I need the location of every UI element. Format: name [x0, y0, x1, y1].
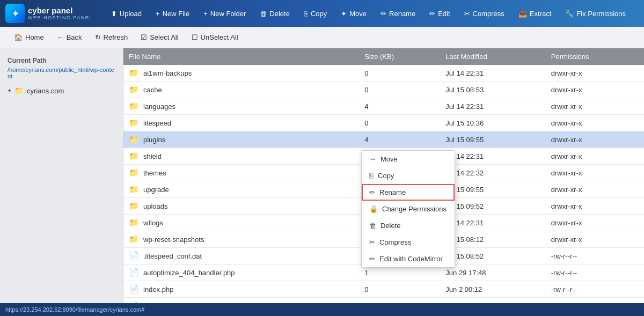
cell-size: 1 — [359, 298, 440, 304]
cell-filename: 📁uploads — [123, 198, 359, 215]
file-icon: 📄 — [129, 268, 139, 277]
cell-modified: Jul 14 22:31 — [440, 98, 545, 115]
folder-icon: 📁 — [129, 68, 139, 78]
cell-perms: -rw-r--r-- — [546, 298, 644, 304]
cell-size: 4 — [359, 131, 440, 148]
upload-button[interactable]: ⬆Upload — [106, 6, 147, 21]
refresh-button[interactable]: ↻Refresh — [90, 31, 134, 44]
context-menu-item-rename[interactable]: ✏Rename — [362, 184, 455, 201]
table-row[interactable]: 📄object-cache.php 1 Jul 15 09:55 -rw-r--… — [123, 298, 644, 304]
move-button[interactable]: ✦Move — [335, 6, 372, 21]
rename-button[interactable]: ✏Rename — [375, 6, 421, 21]
cell-perms: -rw-r--r-- — [546, 281, 644, 298]
file-icon: 📄 — [129, 301, 139, 303]
cell-perms: drwxr-xr-x — [546, 65, 644, 82]
cell-size: 4 — [359, 98, 440, 115]
logo-name: cyber panel — [28, 6, 93, 16]
cell-perms: -rw-r--r-- — [546, 264, 644, 281]
context-menu: ↔Move⎘Copy✏Rename🔒Change Permissions🗑Del… — [361, 150, 455, 268]
cell-modified: Jul 15 08:12 — [440, 231, 545, 248]
select-all-button[interactable]: ☑Select All — [135, 31, 184, 44]
home-button[interactable]: 🏠Home — [9, 31, 49, 44]
cell-filename: 📁upgrade — [123, 181, 359, 198]
new-file-button[interactable]: +New File — [150, 6, 195, 21]
fix-permissions-button[interactable]: 🔧Fix Permissions — [560, 6, 631, 21]
folder-icon: 📁 — [129, 201, 139, 211]
table-row[interactable]: 📄index.php 0 Jun 2 00:12 -rw-r--r-- — [123, 281, 644, 298]
cell-perms: drwxr-xr-x — [546, 148, 644, 165]
ctx-icon: 🔒 — [369, 205, 378, 213]
copy-button[interactable]: ⎘Copy — [298, 6, 332, 21]
col-filename: File Name — [123, 48, 359, 65]
cell-size: 0 — [359, 65, 440, 82]
current-path-value: /home/cyrians.com/public_html/wp-content — [0, 65, 123, 84]
cell-size: 0 — [359, 281, 440, 298]
cell-modified: Jul 14 22:31 — [440, 65, 545, 82]
cell-modified: Jun 29 17:48 — [440, 264, 545, 281]
folder-icon: 📁 — [129, 135, 139, 144]
folder-icon: 📁 — [129, 118, 139, 128]
cell-filename: 📁litespeed — [123, 115, 359, 131]
ctx-icon: ✏ — [369, 255, 375, 263]
logo-icon: ✦ — [5, 4, 25, 23]
folder-icon: 📁 — [129, 101, 139, 111]
context-menu-item-move[interactable]: ↔Move — [362, 151, 455, 167]
context-menu-item-change-permissions[interactable]: 🔒Change Permissions — [362, 201, 455, 217]
context-menu-item-compress[interactable]: ✂Compress — [362, 234, 455, 251]
cell-modified: Jul 15 09:55 — [440, 181, 545, 198]
compress-button[interactable]: ✂Compress — [459, 6, 510, 21]
cell-filename: 📁shield — [123, 148, 359, 165]
cell-filename: 📁themes — [123, 165, 359, 181]
cell-perms: drwxr-xr-x — [546, 82, 644, 98]
folder-icon: 📁 — [14, 86, 24, 95]
statusbar: https://23.254.202.62:8090/filemanager/c… — [0, 303, 644, 316]
table-row[interactable]: 📁cache 0 Jul 15 08:53 drwxr-xr-x — [123, 82, 644, 98]
cell-filename: 📁ai1wm-backups — [123, 65, 359, 82]
cell-filename: 📁wp-reset-snapshots — [123, 231, 359, 248]
table-row[interactable]: 📁plugins 4 Jul 15 09:55 drwxr-xr-x — [123, 131, 644, 148]
new-folder-button[interactable]: +New Folder — [198, 6, 251, 21]
cell-modified: Jul 14 22:32 — [440, 165, 545, 181]
cell-perms: drwxr-xr-x — [546, 165, 644, 181]
unselect-all-button[interactable]: ☐UnSelect All — [186, 31, 244, 44]
cell-modified: Jul 15 08:53 — [440, 82, 545, 98]
delete-button[interactable]: 🗑Delete — [254, 6, 295, 21]
file-icon: 📄 — [129, 284, 139, 294]
cell-modified: Jul 15 09:55 — [440, 298, 545, 304]
table-row[interactable]: 📁ai1wm-backups 0 Jul 14 22:31 drwxr-xr-x — [123, 65, 644, 82]
cell-modified: Jul 14 22:31 — [440, 148, 545, 165]
logo-sub: WEB HOSTING PANEL — [28, 15, 93, 20]
cell-perms: drwxr-xr-x — [546, 231, 644, 248]
sidebar: Current Path /home/cyrians.com/public_ht… — [0, 48, 123, 303]
folder-icon: 📁 — [129, 185, 139, 194]
cell-filename: 📁wflogs — [123, 215, 359, 231]
current-path-label: Current Path — [0, 54, 123, 65]
context-menu-item-edit-with-codemirror[interactable]: ✏Edit with CodeMirror — [362, 251, 455, 267]
context-menu-item-copy[interactable]: ⎘Copy — [362, 167, 455, 184]
top-navigation: ✦ cyber panel WEB HOSTING PANEL ⬆Upload … — [0, 0, 644, 27]
ctx-icon: 🗑 — [369, 222, 376, 230]
cell-modified: Jun 2 00:12 — [440, 281, 545, 298]
extract-button[interactable]: 📤Extract — [513, 6, 557, 21]
folder-icon: 📁 — [129, 168, 139, 178]
cell-modified: Jul 14 22:31 — [440, 215, 545, 231]
folder-icon: 📁 — [129, 85, 139, 94]
ctx-icon: ↔ — [369, 155, 376, 163]
cell-perms: -rw-r--r-- — [546, 248, 644, 264]
cell-filename: 📄index.php — [123, 281, 359, 298]
cell-perms: drwxr-xr-x — [546, 131, 644, 148]
toolbar: 🏠Home ←Back ↻Refresh ☑Select All ☐UnSele… — [0, 27, 644, 48]
cell-filename: 📄object-cache.php — [123, 298, 359, 304]
cell-modified: Jul 15 08:52 — [440, 248, 545, 264]
cell-perms: drwxr-xr-x — [546, 198, 644, 215]
sidebar-item-cyrians[interactable]: + 📁 cyrians.com — [0, 84, 123, 98]
cell-filename: 📁cache — [123, 82, 359, 98]
context-menu-item-delete[interactable]: 🗑Delete — [362, 217, 455, 234]
back-button[interactable]: ←Back — [52, 31, 87, 44]
table-row[interactable]: 📁litespeed 0 Jul 15 10:36 drwxr-xr-x — [123, 115, 644, 131]
table-row[interactable]: 📁languages 4 Jul 14 22:31 drwxr-xr-x — [123, 98, 644, 115]
edit-button[interactable]: ✏Edit — [424, 6, 455, 21]
cell-perms: drwxr-xr-x — [546, 98, 644, 115]
cell-modified: Jul 15 09:52 — [440, 198, 545, 215]
folder-icon: 📁 — [129, 234, 139, 244]
